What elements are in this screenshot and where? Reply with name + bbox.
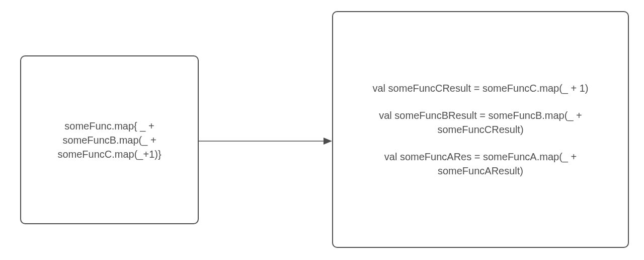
left-code-content: someFunc.map{ _ + someFuncB.map(_ + some… (57, 119, 161, 161)
code-line: val someFuncARes = someFuncA.map(_ + (384, 150, 577, 164)
code-block: val someFuncCResult = someFuncC.map(_ + … (372, 81, 588, 95)
code-line: val someFuncBResult = someFuncB.map(_ + (379, 108, 582, 122)
code-line: someFuncCResult) (379, 122, 582, 137)
code-line: someFunc.map{ _ + (57, 119, 161, 133)
code-block: val someFuncARes = someFuncA.map(_ + som… (384, 150, 577, 178)
code-line: val someFuncCResult = someFuncC.map(_ + … (372, 81, 588, 95)
left-code-box: someFunc.map{ _ + someFuncB.map(_ + some… (20, 55, 199, 224)
arrow-icon (199, 136, 332, 146)
code-line: someFuncB.map(_ + (57, 133, 161, 147)
svg-marker-1 (324, 138, 332, 145)
right-code-box: val someFuncCResult = someFuncC.map(_ + … (332, 11, 629, 248)
code-line: someFuncC.map(_+1)} (57, 147, 161, 161)
code-block: val someFuncBResult = someFuncB.map(_ + … (379, 108, 582, 137)
code-line: someFuncAResult) (384, 164, 577, 178)
